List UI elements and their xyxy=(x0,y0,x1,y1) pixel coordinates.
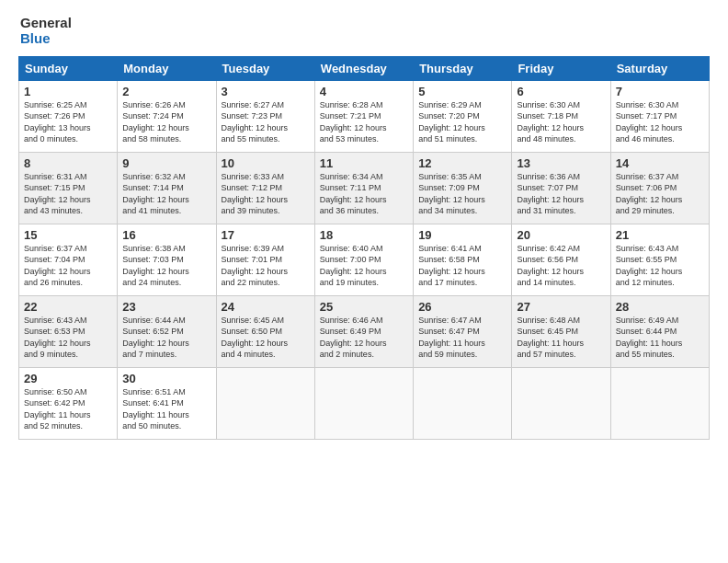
day-number: 27 xyxy=(517,300,605,314)
day-cell: 30Sunrise: 6:51 AM Sunset: 6:41 PM Dayli… xyxy=(118,367,216,439)
col-header-saturday: Saturday xyxy=(610,56,709,80)
day-cell: 19Sunrise: 6:41 AM Sunset: 6:58 PM Dayli… xyxy=(414,224,512,295)
logo: General Blue General Blue xyxy=(18,15,72,47)
day-number: 22 xyxy=(24,300,112,314)
col-header-wednesday: Wednesday xyxy=(314,56,413,80)
day-number: 21 xyxy=(616,228,704,242)
week-row-2: 8Sunrise: 6:31 AM Sunset: 7:15 PM Daylig… xyxy=(19,152,710,224)
day-info: Sunrise: 6:32 AM Sunset: 7:14 PM Dayligh… xyxy=(122,171,210,217)
day-cell: 2Sunrise: 6:26 AM Sunset: 7:24 PM Daylig… xyxy=(118,80,216,152)
week-row-5: 29Sunrise: 6:50 AM Sunset: 6:42 PM Dayli… xyxy=(19,367,710,439)
day-cell: 26Sunrise: 6:47 AM Sunset: 6:47 PM Dayli… xyxy=(414,295,512,367)
day-cell: 21Sunrise: 6:43 AM Sunset: 6:55 PM Dayli… xyxy=(610,224,709,295)
day-info: Sunrise: 6:50 AM Sunset: 6:42 PM Dayligh… xyxy=(24,386,112,432)
header: General Blue General Blue xyxy=(18,15,710,47)
day-number: 12 xyxy=(418,156,506,170)
day-cell xyxy=(414,367,512,439)
day-number: 30 xyxy=(122,372,210,385)
day-number: 17 xyxy=(222,228,310,242)
day-number: 25 xyxy=(320,300,408,314)
day-info: Sunrise: 6:43 AM Sunset: 6:55 PM Dayligh… xyxy=(616,243,704,289)
day-number: 26 xyxy=(418,300,506,314)
day-cell: 15Sunrise: 6:37 AM Sunset: 7:04 PM Dayli… xyxy=(19,224,118,295)
col-header-monday: Monday xyxy=(118,56,216,80)
day-cell: 25Sunrise: 6:46 AM Sunset: 6:49 PM Dayli… xyxy=(314,295,413,367)
day-info: Sunrise: 6:47 AM Sunset: 6:47 PM Dayligh… xyxy=(418,315,506,361)
day-number: 18 xyxy=(320,228,408,242)
day-cell: 28Sunrise: 6:49 AM Sunset: 6:44 PM Dayli… xyxy=(610,295,709,367)
day-cell: 13Sunrise: 6:36 AM Sunset: 7:07 PM Dayli… xyxy=(512,152,610,224)
day-info: Sunrise: 6:37 AM Sunset: 7:06 PM Dayligh… xyxy=(616,171,704,217)
day-cell: 16Sunrise: 6:38 AM Sunset: 7:03 PM Dayli… xyxy=(118,224,216,295)
day-info: Sunrise: 6:42 AM Sunset: 6:56 PM Dayligh… xyxy=(517,243,605,289)
col-header-thursday: Thursday xyxy=(414,56,512,80)
day-number: 16 xyxy=(122,228,210,242)
day-number: 10 xyxy=(222,156,310,170)
day-info: Sunrise: 6:27 AM Sunset: 7:23 PM Dayligh… xyxy=(222,99,310,145)
day-cell: 18Sunrise: 6:40 AM Sunset: 7:00 PM Dayli… xyxy=(314,224,413,295)
day-cell: 8Sunrise: 6:31 AM Sunset: 7:15 PM Daylig… xyxy=(19,152,118,224)
day-cell xyxy=(512,367,610,439)
day-info: Sunrise: 6:29 AM Sunset: 7:20 PM Dayligh… xyxy=(418,99,506,145)
day-cell: 27Sunrise: 6:48 AM Sunset: 6:45 PM Dayli… xyxy=(512,295,610,367)
day-number: 29 xyxy=(24,372,112,385)
col-header-sunday: Sunday xyxy=(19,56,118,80)
day-cell: 29Sunrise: 6:50 AM Sunset: 6:42 PM Dayli… xyxy=(19,367,118,439)
day-cell: 14Sunrise: 6:37 AM Sunset: 7:06 PM Dayli… xyxy=(610,152,709,224)
day-cell: 6Sunrise: 6:30 AM Sunset: 7:18 PM Daylig… xyxy=(512,80,610,152)
day-number: 1 xyxy=(24,85,112,98)
day-cell: 3Sunrise: 6:27 AM Sunset: 7:23 PM Daylig… xyxy=(216,80,314,152)
day-number: 5 xyxy=(418,85,506,98)
col-header-friday: Friday xyxy=(512,56,610,80)
day-info: Sunrise: 6:31 AM Sunset: 7:15 PM Dayligh… xyxy=(24,171,112,217)
day-cell: 9Sunrise: 6:32 AM Sunset: 7:14 PM Daylig… xyxy=(118,152,216,224)
day-number: 15 xyxy=(24,228,112,242)
day-cell: 4Sunrise: 6:28 AM Sunset: 7:21 PM Daylig… xyxy=(314,80,413,152)
day-info: Sunrise: 6:33 AM Sunset: 7:12 PM Dayligh… xyxy=(222,171,310,217)
week-row-3: 15Sunrise: 6:37 AM Sunset: 7:04 PM Dayli… xyxy=(19,224,710,295)
day-info: Sunrise: 6:28 AM Sunset: 7:21 PM Dayligh… xyxy=(320,99,408,145)
day-number: 20 xyxy=(517,228,605,242)
day-number: 6 xyxy=(517,85,605,98)
day-info: Sunrise: 6:25 AM Sunset: 7:26 PM Dayligh… xyxy=(24,99,112,145)
calendar-table: SundayMondayTuesdayWednesdayThursdayFrid… xyxy=(18,56,710,440)
day-cell xyxy=(216,367,314,439)
day-info: Sunrise: 6:35 AM Sunset: 7:09 PM Dayligh… xyxy=(418,171,506,217)
day-number: 19 xyxy=(418,228,506,242)
day-number: 3 xyxy=(222,85,310,98)
day-info: Sunrise: 6:41 AM Sunset: 6:58 PM Dayligh… xyxy=(418,243,506,289)
day-info: Sunrise: 6:30 AM Sunset: 7:18 PM Dayligh… xyxy=(517,99,605,145)
day-number: 4 xyxy=(320,85,408,98)
day-number: 14 xyxy=(616,156,704,170)
day-cell: 24Sunrise: 6:45 AM Sunset: 6:50 PM Dayli… xyxy=(216,295,314,367)
day-info: Sunrise: 6:38 AM Sunset: 7:03 PM Dayligh… xyxy=(122,243,210,289)
day-cell xyxy=(314,367,413,439)
day-cell: 22Sunrise: 6:43 AM Sunset: 6:53 PM Dayli… xyxy=(19,295,118,367)
day-number: 7 xyxy=(616,85,704,98)
day-cell: 12Sunrise: 6:35 AM Sunset: 7:09 PM Dayli… xyxy=(414,152,512,224)
day-cell: 7Sunrise: 6:30 AM Sunset: 7:17 PM Daylig… xyxy=(610,80,709,152)
day-info: Sunrise: 6:45 AM Sunset: 6:50 PM Dayligh… xyxy=(222,315,310,361)
day-cell: 17Sunrise: 6:39 AM Sunset: 7:01 PM Dayli… xyxy=(216,224,314,295)
day-info: Sunrise: 6:40 AM Sunset: 7:00 PM Dayligh… xyxy=(320,243,408,289)
day-info: Sunrise: 6:34 AM Sunset: 7:11 PM Dayligh… xyxy=(320,171,408,217)
day-cell: 10Sunrise: 6:33 AM Sunset: 7:12 PM Dayli… xyxy=(216,152,314,224)
day-info: Sunrise: 6:36 AM Sunset: 7:07 PM Dayligh… xyxy=(517,171,605,217)
day-info: Sunrise: 6:48 AM Sunset: 6:45 PM Dayligh… xyxy=(517,315,605,361)
day-number: 2 xyxy=(122,85,210,98)
day-cell: 20Sunrise: 6:42 AM Sunset: 6:56 PM Dayli… xyxy=(512,224,610,295)
day-info: Sunrise: 6:39 AM Sunset: 7:01 PM Dayligh… xyxy=(222,243,310,289)
day-info: Sunrise: 6:37 AM Sunset: 7:04 PM Dayligh… xyxy=(24,243,112,289)
week-row-1: 1Sunrise: 6:25 AM Sunset: 7:26 PM Daylig… xyxy=(19,80,710,152)
day-number: 9 xyxy=(122,156,210,170)
day-info: Sunrise: 6:49 AM Sunset: 6:44 PM Dayligh… xyxy=(616,315,704,361)
day-cell: 23Sunrise: 6:44 AM Sunset: 6:52 PM Dayli… xyxy=(118,295,216,367)
logo-blue: Blue xyxy=(20,30,72,46)
day-number: 11 xyxy=(320,156,408,170)
day-number: 13 xyxy=(517,156,605,170)
day-cell: 5Sunrise: 6:29 AM Sunset: 7:20 PM Daylig… xyxy=(414,80,512,152)
day-cell xyxy=(610,367,709,439)
day-number: 23 xyxy=(122,300,210,314)
day-number: 8 xyxy=(24,156,112,170)
day-info: Sunrise: 6:26 AM Sunset: 7:24 PM Dayligh… xyxy=(122,99,210,145)
